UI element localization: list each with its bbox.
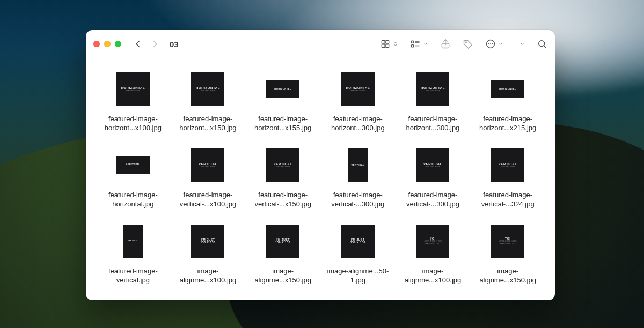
- svg-point-13: [488, 43, 489, 44]
- svg-rect-2: [382, 44, 385, 48]
- svg-point-11: [465, 42, 466, 43]
- file-item[interactable]: VERTICALFEATURED IMAGEfeatured-image-ver…: [471, 144, 544, 220]
- file-name: featured-image-vertical.jpg: [98, 267, 169, 285]
- thumbnail-main-text: HORIZONTAL: [126, 164, 140, 166]
- back-button[interactable]: [133, 39, 143, 49]
- file-item[interactable]: HORIZONTALfeatured-image-horizontal.jpg: [97, 144, 170, 220]
- file-thumbnail: HORIZONTAL: [116, 156, 150, 174]
- svg-line-17: [544, 46, 545, 47]
- thumbnail-main-text: HORIZONTAL: [499, 88, 516, 90]
- file-name: image-alignme...x100.jpg: [397, 267, 468, 285]
- svg-rect-1: [386, 40, 389, 43]
- file-item[interactable]: YO!JUST A 300 X 200 HANGING OUTimage-ali…: [397, 220, 470, 296]
- thumbnail-main-text: I'M JUST 150 X 150: [200, 238, 215, 244]
- grid-icon: [380, 39, 391, 49]
- zoom-button[interactable]: [115, 41, 121, 47]
- file-item[interactable]: HORIZONTALfeatured-image-horizont...x215…: [471, 68, 544, 144]
- file-name: featured-image-horizontal.jpg: [98, 191, 169, 209]
- file-name: featured-image-vertical-...300.jpg: [323, 191, 393, 209]
- file-name: featured-image-vertical-...x100.jpg: [172, 191, 243, 209]
- file-name: image-alignme...50-1.jpg: [323, 267, 393, 285]
- desktop-wallpaper: 03: [0, 0, 644, 328]
- file-thumbnail: VERTICALFEATURED IMAGE: [266, 148, 300, 182]
- file-name: featured-image-vertical-...x150.jpg: [247, 191, 318, 209]
- thumbnail-sub-text: FEATURED IMAGE: [276, 166, 290, 168]
- thumbnail-sub-text: FEATURED IMAGE: [201, 90, 215, 92]
- file-thumbnail: HORIZONTAL: [266, 80, 300, 98]
- thumbnail-main-text: HORIZONTAL: [274, 88, 291, 90]
- file-item[interactable]: HORIZONTALFEATURED IMAGEfeatured-image-h…: [397, 68, 470, 144]
- svg-rect-5: [412, 45, 414, 47]
- file-item[interactable]: VERTICALFEATURED IMAGEfeatured-image-ver…: [397, 144, 470, 220]
- file-item[interactable]: HORIZONTALFEATURED IMAGEfeatured-image-h…: [172, 68, 245, 144]
- file-thumbnail: HORIZONTALFEATURED IMAGE: [415, 72, 450, 106]
- thumbnail-main-text: I'M JUST 150 X 150: [350, 238, 365, 244]
- thumbnail-sub-text: FEATURED IMAGE: [201, 166, 215, 168]
- share-icon: [440, 39, 451, 49]
- close-button[interactable]: [93, 41, 100, 47]
- thumbnail-main-text: VERTICAL: [128, 240, 138, 242]
- file-thumbnail: YO!JUST A 300 X 200 HANGING OUT: [415, 224, 450, 258]
- more-actions-button[interactable]: [485, 39, 503, 49]
- tags-button[interactable]: [463, 39, 473, 49]
- file-item[interactable]: YO!JUST A 300 X 200 HANGING OUTimage-ali…: [471, 220, 544, 296]
- file-item[interactable]: HORIZONTALFEATURED IMAGEfeatured-image-h…: [321, 68, 394, 144]
- share-button[interactable]: [440, 39, 451, 49]
- file-thumbnail: VERTICALFEATURED IMAGE: [415, 148, 450, 182]
- file-item[interactable]: HORIZONTALfeatured-image-horizont...x155…: [246, 68, 319, 144]
- thumbnail-main-text: VERTICAL: [351, 164, 364, 166]
- search-button[interactable]: [537, 39, 547, 49]
- group-by-button[interactable]: [410, 39, 428, 49]
- file-thumbnail: I'M JUST 150 X 150: [341, 224, 375, 258]
- file-thumbnail: VERTICALFEATURED IMAGE: [491, 148, 525, 182]
- svg-point-14: [490, 43, 491, 44]
- thumbnail-sub-text: FEATURED IMAGE: [501, 166, 515, 168]
- file-name: image-alignme...x100.jpg: [172, 267, 243, 285]
- file-thumbnail: HORIZONTAL: [491, 80, 525, 98]
- view-icons-button[interactable]: [380, 39, 398, 49]
- file-name: featured-image-horizont...x150.jpg: [172, 115, 243, 133]
- file-item[interactable]: I'M JUST 150 X 150image-alignme...x100.j…: [172, 220, 245, 296]
- window-title: 03: [170, 40, 179, 49]
- thumbnail-main-text: I'M JUST 150 X 150: [275, 238, 290, 244]
- file-name: featured-image-vertical-...324.jpg: [472, 191, 543, 209]
- finder-window: 03: [86, 30, 555, 300]
- svg-rect-3: [386, 44, 389, 48]
- file-name: image-alignme...x150.jpg: [247, 267, 318, 285]
- chevron-down-icon: [519, 41, 525, 47]
- file-grid: HORIZONTALFEATURED IMAGEfeatured-image-h…: [97, 68, 544, 296]
- tag-icon: [463, 39, 473, 49]
- thumbnail-sub-text: JUST A 300 X 200 HANGING OUT: [424, 240, 442, 244]
- file-thumbnail: HORIZONTALFEATURED IMAGE: [116, 72, 150, 106]
- file-item[interactable]: VERTICALFEATURED IMAGEfeatured-image-ver…: [246, 144, 319, 220]
- svg-point-15: [492, 43, 493, 44]
- thumbnail-sub-text: FEATURED IMAGE: [351, 90, 365, 92]
- minimize-button[interactable]: [104, 41, 111, 47]
- file-name: featured-image-vertical-...300.jpg: [397, 191, 468, 209]
- toolbar-right-group: [380, 39, 547, 49]
- file-name: featured-image-horizont...x155.jpg: [247, 115, 318, 133]
- window-controls: [93, 41, 121, 47]
- file-item[interactable]: VERTICALFEATURED IMAGEfeatured-image-ver…: [172, 144, 245, 220]
- overflow-button[interactable]: [519, 41, 525, 47]
- file-thumbnail: YO!JUST A 300 X 200 HANGING OUT: [491, 224, 525, 258]
- file-item[interactable]: HORIZONTALFEATURED IMAGEfeatured-image-h…: [97, 68, 170, 144]
- file-thumbnail: HORIZONTALFEATURED IMAGE: [341, 72, 375, 106]
- svg-rect-4: [412, 41, 414, 43]
- group-icon: [410, 39, 421, 49]
- updown-icon: [393, 41, 398, 47]
- thumbnail-sub-text: FEATURED IMAGE: [126, 90, 140, 92]
- file-item[interactable]: VERTICALfeatured-image-vertical.jpg: [97, 220, 170, 296]
- file-thumbnail: HORIZONTALFEATURED IMAGE: [191, 72, 225, 106]
- forward-button[interactable]: [150, 39, 160, 49]
- chevron-down-icon: [423, 41, 428, 47]
- file-item[interactable]: I'M JUST 150 X 150image-alignme...x150.j…: [246, 220, 319, 296]
- file-item[interactable]: VERTICALfeatured-image-vertical-...300.j…: [321, 144, 394, 220]
- nav-arrows: [133, 39, 160, 49]
- file-thumbnail: VERTICAL: [348, 148, 368, 182]
- file-name: featured-image-horizont...300.jpg: [323, 115, 393, 133]
- file-thumbnail: I'M JUST 150 X 150: [191, 224, 225, 258]
- file-name: image-alignme...x150.jpg: [472, 267, 543, 285]
- file-item[interactable]: I'M JUST 150 X 150image-alignme...50-1.j…: [321, 220, 394, 296]
- file-thumbnail: I'M JUST 150 X 150: [266, 224, 300, 258]
